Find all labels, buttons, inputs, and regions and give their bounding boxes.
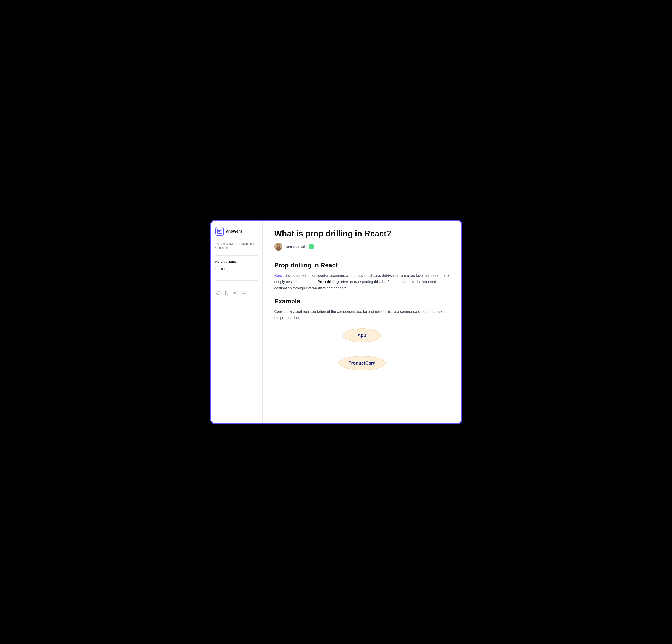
related-tags-section: Related Tags react — [215, 255, 258, 271]
author-avatar-image — [274, 243, 283, 251]
article-divider — [274, 255, 449, 255]
answers-logo-icon — [215, 227, 224, 235]
section1-heading: Prop drilling in React — [274, 262, 449, 269]
article-body-1: React developers often encounter scenari… — [274, 272, 449, 291]
svg-line-7 — [235, 292, 236, 293]
diagram-node-productcard: ProductCard — [338, 356, 386, 370]
section2-heading: Example — [274, 298, 449, 305]
related-tags-title: Related Tags — [215, 260, 258, 264]
like-icon[interactable] — [215, 291, 220, 295]
flag-icon[interactable] — [242, 291, 247, 295]
component-tree-diagram: App ProductCard — [274, 328, 449, 370]
svg-rect-2 — [218, 231, 220, 232]
sidebar-divider — [215, 280, 258, 281]
article-body-2: Consider a visual representation of the … — [274, 308, 449, 321]
main-content: What is prop drilling in React? Humaira … — [263, 221, 461, 423]
logo-area: answers — [215, 227, 258, 235]
browser-frame: answers Trusted Answers to Developer Que… — [210, 220, 462, 424]
action-icons-row — [215, 290, 258, 295]
logo-text: answers — [226, 229, 242, 234]
diagram-node-app: App — [343, 328, 381, 342]
svg-rect-1 — [218, 230, 221, 231]
body1-bold: Prop drilling — [317, 280, 339, 284]
tag-chip-react[interactable]: react — [215, 266, 229, 271]
svg-line-6 — [235, 293, 236, 294]
logo-text-block: answers — [226, 229, 242, 234]
page-layout: answers Trusted Answers to Developer Que… — [211, 221, 461, 423]
author-avatar — [274, 243, 283, 251]
react-link[interactable]: React — [274, 274, 284, 277]
svg-point-12 — [277, 244, 279, 247]
author-name: Humaira Fasih — [285, 245, 307, 248]
sidebar: answers Trusted Answers to Developer Que… — [211, 221, 263, 423]
tagline: Trusted Answers to Developer Questions — [215, 242, 258, 250]
bookmark-icon[interactable] — [224, 291, 229, 295]
verified-badge — [309, 244, 314, 249]
author-row: Humaira Fasih — [274, 243, 449, 251]
diagram-arrow-1 — [362, 342, 362, 356]
article-title: What is prop drilling in React? — [274, 229, 449, 239]
share-icon[interactable] — [233, 291, 238, 295]
